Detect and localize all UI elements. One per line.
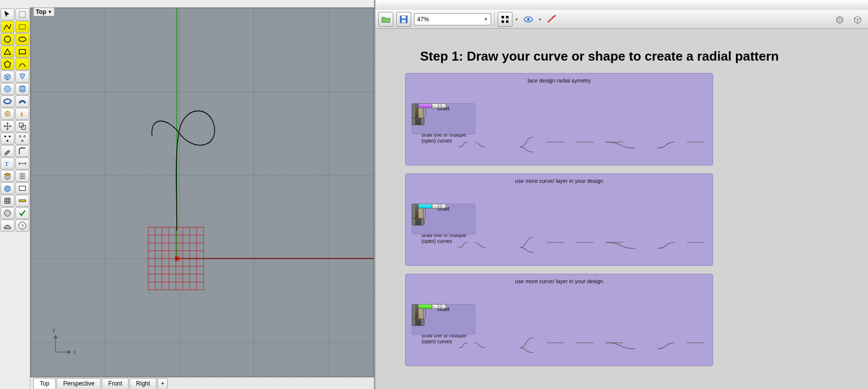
svg-rect-52 [402, 20, 406, 23]
tool-rectselect[interactable] [15, 21, 29, 33]
tab-right[interactable]: Right [130, 378, 156, 389]
cluster-graph: draw one or multiple (open) curves [412, 103, 707, 158]
svg-rect-21 [20, 173, 25, 175]
svg-point-17 [19, 136, 21, 138]
tool-info[interactable] [15, 182, 29, 194]
cluster-graph: draw one or multiple (open) curves [412, 304, 707, 359]
gh-cluster[interactable]: lace design radial symetry draw one or m… [405, 73, 713, 165]
svg-rect-54 [506, 16, 508, 18]
preview-button[interactable] [521, 12, 536, 27]
svg-point-16 [6, 140, 8, 142]
tool-torus[interactable] [0, 95, 14, 107]
rhino-menubar [0, 0, 374, 7]
tool-box[interactable] [0, 71, 14, 82]
tab-perspective[interactable]: Perspective [57, 378, 101, 389]
svg-rect-55 [502, 20, 504, 23]
shaded-preview-button[interactable] [832, 12, 847, 27]
save-button[interactable] [396, 12, 411, 27]
tool-triangle[interactable] [0, 46, 14, 58]
tab-front[interactable]: Front [102, 378, 129, 389]
chevron-down-icon: ▼ [484, 17, 488, 22]
separator [494, 12, 495, 26]
sketch-button[interactable] [544, 12, 559, 27]
svg-point-19 [21, 140, 23, 142]
tool-surface[interactable] [0, 220, 14, 232]
tool-pointer[interactable] [0, 8, 14, 20]
tool-layers[interactable] [0, 170, 14, 182]
tool-sphere[interactable] [0, 83, 14, 95]
tool-grid[interactable] [0, 195, 14, 207]
svg-rect-22 [20, 175, 25, 177]
svg-point-58 [527, 18, 530, 21]
step-title: Step 1: Draw your curve or shape to crea… [420, 49, 858, 64]
wire-preview-button[interactable] [850, 12, 865, 27]
tool-rectangle[interactable] [15, 46, 29, 58]
tool-pipe[interactable] [15, 95, 29, 107]
svg-point-18 [24, 136, 26, 138]
cluster-title: use more curve/ layer in your design [412, 178, 707, 184]
tool-lasso[interactable] [15, 8, 29, 20]
tool-flame[interactable] [15, 108, 29, 120]
tool-cylinder[interactable] [15, 83, 29, 95]
tool-copy[interactable] [15, 120, 29, 132]
svg-point-2 [4, 36, 11, 43]
tool-stack[interactable] [15, 170, 29, 182]
tool-block[interactable] [0, 182, 14, 194]
zoom-value: 47% [417, 16, 429, 23]
open-button[interactable] [378, 12, 393, 27]
tool-text[interactable]: T [0, 157, 14, 169]
tool-extrude[interactable] [15, 71, 29, 82]
svg-rect-53 [502, 16, 504, 18]
svg-point-15 [9, 136, 11, 138]
zoom-extents-button[interactable] [498, 12, 512, 27]
axis-x-label: x [73, 349, 76, 356]
svg-rect-1 [19, 25, 26, 29]
cluster-title: lace design radial symetry [412, 78, 707, 83]
tool-knife[interactable] [0, 145, 14, 157]
tool-dimension[interactable] [15, 157, 29, 169]
cluster-title: use more curve/ layer in your design [412, 278, 707, 284]
tool-points-on[interactable] [0, 133, 14, 145]
tool-arc[interactable] [15, 58, 29, 70]
viewport-title[interactable]: Top ▼ [33, 7, 55, 16]
tool-render[interactable] [0, 207, 14, 219]
svg-point-11 [6, 113, 8, 115]
svg-point-26 [4, 210, 11, 217]
svg-rect-24 [19, 186, 26, 191]
grasshopper-panel: 47% ▼ ▾ ▾ Step 1: Draw your curve or sha… [374, 0, 868, 389]
tool-polygon[interactable] [0, 58, 14, 70]
viewport[interactable]: x y [30, 7, 374, 377]
view-tabs: Top Perspective Front Right + [30, 377, 374, 389]
svg-text:T: T [5, 160, 9, 167]
gh-canvas[interactable]: Step 1: Draw your curve or shape to crea… [375, 29, 868, 389]
tool-check[interactable] [15, 207, 29, 219]
viewport-label: Top [36, 8, 46, 15]
tab-top[interactable]: Top [33, 378, 56, 389]
tool-move[interactable] [0, 120, 14, 132]
gh-component[interactable] [412, 304, 419, 319]
zoom-combo[interactable]: 47% ▼ [414, 13, 491, 25]
tool-gear[interactable] [0, 108, 14, 120]
gh-tabarea [375, 0, 868, 10]
cluster-container: lace design radial symetry draw one or m… [405, 73, 858, 366]
tool-polyline[interactable] [0, 21, 14, 33]
axis-y-label: y [53, 326, 56, 333]
tool-fillet[interactable] [15, 145, 29, 157]
svg-rect-56 [506, 20, 508, 23]
dropdown-icon[interactable]: ▾ [539, 17, 541, 22]
gh-component[interactable] [412, 103, 419, 118]
svg-point-3 [19, 37, 26, 42]
tab-add[interactable]: + [157, 378, 168, 389]
tool-help[interactable]: ? [15, 220, 29, 232]
tool-points-off[interactable] [15, 133, 29, 145]
tool-circle[interactable] [0, 33, 14, 45]
viewport-wrap: Top ▼ [30, 7, 374, 389]
svg-point-5 [4, 86, 11, 92]
tool-ellipse[interactable] [15, 33, 29, 45]
svg-rect-51 [402, 16, 406, 18]
tool-units[interactable] [15, 195, 29, 207]
gh-cluster[interactable]: use more curve/ layer in your design dra… [405, 274, 713, 366]
dropdown-icon[interactable]: ▾ [515, 17, 518, 22]
gh-cluster[interactable]: use more curve/ layer in your design dra… [405, 173, 713, 266]
gh-component[interactable] [412, 204, 419, 219]
